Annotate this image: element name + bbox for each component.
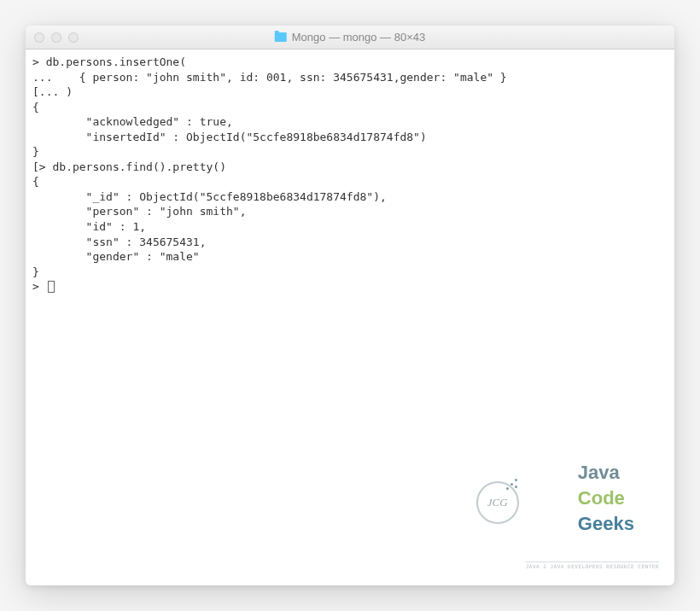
terminal-line: { [32,175,39,188]
terminal-window: Mongo — mongo — 80×43 > db.persons.inser… [26,26,674,585]
folder-icon [275,32,287,42]
terminal-line: "acknowledged" : true, [32,115,233,128]
watermark-java: Java [578,462,620,483]
watermark-dots-icon [506,479,522,494]
watermark-code: Code [578,487,625,509]
terminal-line: "insertedId" : ObjectId("5ccfe8918be6834… [32,131,427,143]
maximize-button[interactable] [68,32,79,43]
terminal-line: ... { person: "john smith", id: 001, ssn… [32,71,507,84]
traffic-lights [34,32,79,43]
terminal-line: "ssn" : 345675431, [32,236,207,248]
terminal-line: [> db.persons.find().pretty() [32,160,226,173]
terminal-line: "person" : "john smith", [32,205,246,218]
watermark-geeks: Geeks [578,513,634,534]
watermark-badge: JCG [476,481,519,524]
terminal-line: > [32,280,46,293]
watermark-logo: JCG Java Code Geeks Java 2 Java Develope… [476,434,659,570]
window-titlebar: Mongo — mongo — 80×43 [26,26,674,49]
close-button[interactable] [34,32,44,43]
watermark-text: Java Code Geeks Java 2 Java Developers R… [526,434,659,570]
watermark-badge-text: JCG [487,495,508,510]
terminal-line: { [32,101,39,113]
terminal-line: } [32,145,39,158]
terminal-content[interactable]: > db.persons.insertOne( ... { person: "j… [26,49,674,585]
cursor [48,281,55,293]
watermark-subtitle: Java 2 Java Developers Resource Center [526,562,659,570]
terminal-line: "id" : 1, [32,220,146,233]
minimize-button[interactable] [51,32,61,43]
watermark-main: Java Code Geeks [526,434,659,561]
terminal-line: "_id" : ObjectId("5ccfe8918be6834d17874f… [32,190,387,203]
terminal-line: "gender" : "male" [32,250,200,263]
window-title-text: Mongo — mongo — 80×43 [292,31,425,44]
window-title: Mongo — mongo — 80×43 [275,31,425,44]
terminal-line: } [32,265,39,278]
terminal-line: [... ) [32,85,73,98]
terminal-line: > db.persons.insertOne( [32,55,186,68]
